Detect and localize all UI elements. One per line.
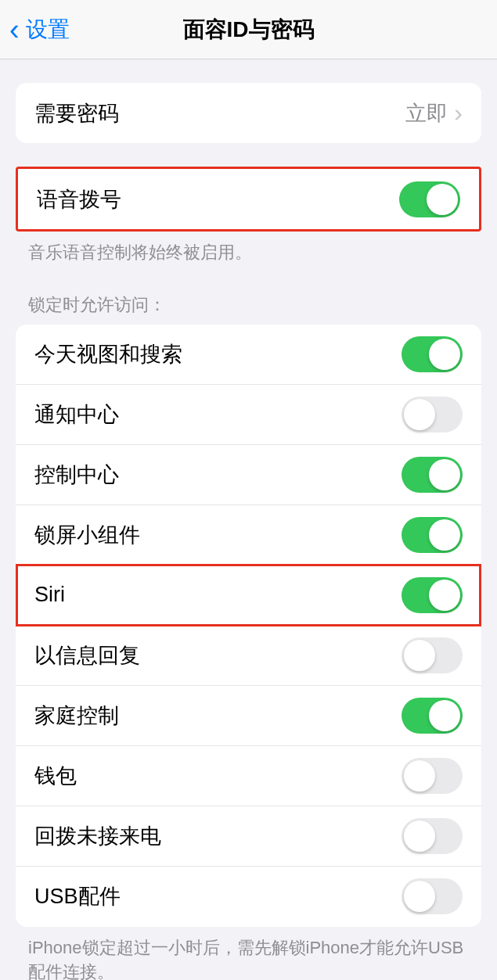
toggle-knob (429, 519, 460, 551)
lock-row-toggle[interactable] (402, 457, 463, 493)
lock-row-label: 通知中心 (34, 400, 119, 429)
lock-section-header: 锁定时允许访问： (0, 265, 497, 325)
lock-row: 家庭控制 (16, 686, 481, 746)
back-button[interactable]: ‹ 设置 (0, 15, 70, 45)
lock-row-label: 锁屏小组件 (34, 521, 140, 549)
toggle-knob (429, 459, 460, 490)
lock-row-toggle[interactable] (402, 577, 463, 613)
lock-row-toggle[interactable] (402, 336, 463, 372)
toggle-knob (404, 820, 435, 852)
lock-row-label: 家庭控制 (34, 702, 119, 730)
lock-row-label: 以信息回复 (34, 641, 140, 669)
lock-row-toggle[interactable] (402, 637, 463, 673)
lock-row: 以信息回复 (16, 626, 481, 686)
lock-row-label: 控制中心 (34, 461, 119, 489)
require-passcode-label: 需要密码 (34, 99, 119, 127)
lock-row: USB配件 (16, 867, 481, 927)
lock-access-group: 今天视图和搜索通知中心控制中心锁屏小组件Siri以信息回复家庭控制钱包回拨未接来… (16, 325, 481, 927)
toggle-knob (404, 399, 435, 430)
voice-dial-group: 语音拨号 (16, 167, 481, 232)
toggle-knob (429, 700, 460, 731)
lock-row-toggle[interactable] (402, 878, 463, 914)
voice-dial-label: 语音拨号 (37, 185, 121, 214)
toggle-knob (429, 339, 460, 370)
voice-dial-row: 语音拨号 (18, 169, 479, 229)
voice-dial-toggle[interactable] (399, 181, 460, 217)
lock-row-label: 回拨未接来电 (34, 822, 161, 850)
lock-row: 通知中心 (16, 385, 481, 445)
toggle-knob (427, 184, 458, 215)
lock-row-label: 钱包 (34, 762, 77, 790)
lock-row: 回拨未接来电 (16, 806, 481, 867)
page-title: 面容ID与密码 (183, 15, 315, 45)
lock-section-footer: iPhone锁定超过一小时后，需先解锁iPhone才能允许USB配件连接。 (0, 927, 497, 980)
lock-row-label: 今天视图和搜索 (34, 340, 182, 368)
require-passcode-value: 立即 (405, 99, 448, 127)
lock-row-label: USB配件 (34, 882, 121, 910)
require-passcode-group: 需要密码 立即 › (16, 83, 481, 143)
voice-dial-footer: 音乐语音控制将始终被启用。 (0, 232, 497, 265)
toggle-knob (404, 640, 435, 671)
back-label: 设置 (26, 15, 70, 45)
chevron-right-icon: › (454, 99, 463, 127)
lock-row: Siri (16, 565, 481, 626)
lock-row-toggle[interactable] (402, 517, 463, 553)
nav-header: ‹ 设置 面容ID与密码 (0, 0, 497, 59)
lock-row: 钱包 (16, 746, 481, 806)
toggle-knob (429, 580, 460, 611)
lock-row-toggle[interactable] (402, 397, 463, 433)
lock-row-toggle[interactable] (402, 818, 463, 854)
lock-row-toggle[interactable] (402, 698, 463, 734)
lock-row-toggle[interactable] (402, 758, 463, 794)
require-passcode-row[interactable]: 需要密码 立即 › (16, 83, 481, 143)
toggle-knob (404, 881, 435, 912)
lock-row: 锁屏小组件 (16, 505, 481, 565)
toggle-knob (404, 760, 435, 792)
lock-row: 今天视图和搜索 (16, 325, 481, 385)
lock-row: 控制中心 (16, 445, 481, 505)
chevron-left-icon: ‹ (9, 15, 20, 45)
lock-row-label: Siri (34, 583, 65, 607)
